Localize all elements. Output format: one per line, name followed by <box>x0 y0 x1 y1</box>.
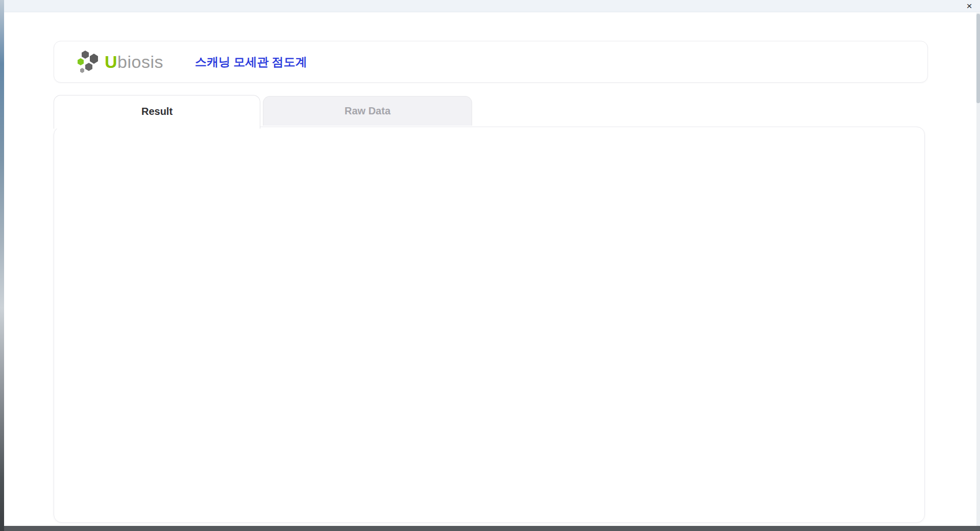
window-titlebar <box>4 0 980 12</box>
vertical-scrollbar[interactable] <box>976 13 980 526</box>
header-card: Ubiosis 스캐닝 모세관 점도계 <box>54 41 928 83</box>
ubiosis-hexagon-logo-icon <box>77 50 101 74</box>
tab-result[interactable]: Result <box>54 95 260 129</box>
close-icon[interactable]: × <box>964 1 975 12</box>
tab-raw-data[interactable]: Raw Data <box>263 96 472 126</box>
brand-u: U <box>105 52 117 71</box>
brand-rest: biosis <box>117 52 163 71</box>
result-panel <box>54 127 925 523</box>
brand-wordmark: Ubiosis <box>105 52 163 72</box>
app-title: 스캐닝 모세관 점도계 <box>195 54 307 70</box>
brand-logo: Ubiosis <box>77 50 163 74</box>
desktop-background-edge <box>0 0 4 531</box>
taskbar-strip <box>4 526 980 531</box>
scrollbar-thumb[interactable] <box>976 14 980 103</box>
